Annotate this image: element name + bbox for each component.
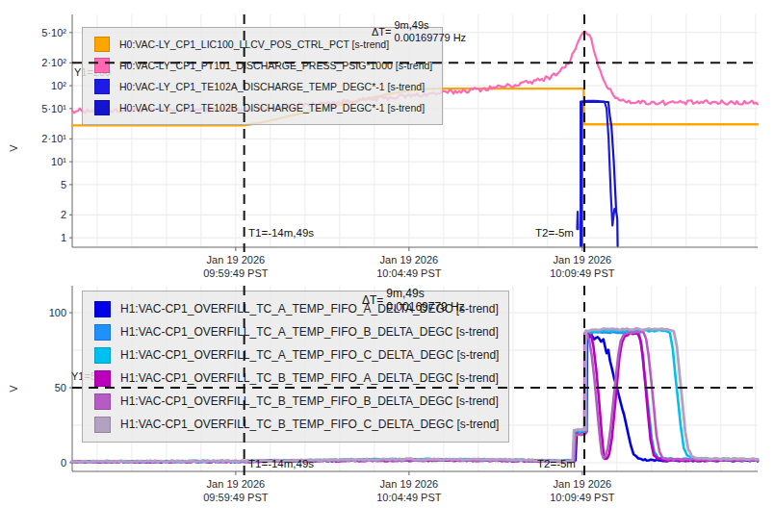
legend-item[interactable]: H1:VAC-CP1_OVERFILL_TC_A_TEMP_FIFO_B_DEL…: [94, 320, 499, 343]
delta-t-duration: 9m,49s: [386, 287, 464, 300]
legend-label: H1:VAC-CP1_OVERFILL_TC_A_TEMP_FIFO_B_DEL…: [120, 325, 499, 339]
legend-swatch: [94, 393, 111, 410]
y-tick-label: 1: [61, 232, 66, 243]
legend-item[interactable]: H0:VAC-LY_CP1_PT101_DISCHARGE_PRESS_PSIG…: [94, 55, 432, 76]
legend-swatch: [94, 417, 111, 433]
legend-label: H1:VAC-CP1_OVERFILL_TC_B_TEMP_FIFO_B_DEL…: [120, 394, 499, 408]
legend-item[interactable]: H1:VAC-CP1_OVERFILL_TC_B_TEMP_FIFO_A_DEL…: [94, 367, 499, 390]
legend-label: H0:VAC-LY_CP1_TE102A_DISCHARGE_TEMP_DEGC…: [119, 81, 425, 92]
legend-item[interactable]: H1:VAC-CP1_OVERFILL_TC_B_TEMP_FIFO_C_DEL…: [94, 413, 499, 436]
y-tick-label: 5·10¹: [41, 103, 66, 114]
delta-t-duration: 9m,49s: [395, 19, 467, 32]
legend-swatch: [94, 100, 110, 115]
legend-label: H0:VAC-LY_CP1_TE102B_DISCHARGE_TEMP_DEGC…: [119, 102, 425, 114]
x-tick-label: 10:04:49 PST: [376, 492, 442, 503]
legend-swatch: [94, 324, 111, 341]
delta-t-frequency: 0.00169779 Hz: [395, 32, 467, 44]
legend-label: H1:VAC-CP1_OVERFILL_TC_B_TEMP_FIFO_C_DEL…: [120, 418, 499, 431]
x-tick-label: 10:09:49 PST: [550, 267, 615, 279]
top-t2-cursor-label: T2=-5m: [535, 227, 574, 239]
x-tick-label: 10:04:49 PST: [376, 267, 442, 279]
legend-swatch: [94, 37, 110, 52]
x-tick-label: 10:09:49 PST: [550, 492, 615, 503]
legend-swatch: [94, 347, 111, 364]
legend-label: H1:VAC-CP1_OVERFILL_TC_A_TEMP_FIFO_C_DEL…: [120, 348, 499, 362]
legend-item[interactable]: H1:VAC-CP1_OVERFILL_TC_A_TEMP_FIFO_C_DEL…: [94, 343, 499, 367]
delta-t-prefix: ΔT=: [362, 293, 383, 307]
legend-label: H0:VAC-LY_CP1_PT101_DISCHARGE_PRESS_PSIG…: [119, 60, 432, 71]
top-t1-cursor-label: T1=-14m,49s: [248, 227, 314, 239]
legend-label: H1:VAC-CP1_OVERFILL_TC_B_TEMP_FIFO_A_DEL…: [120, 371, 499, 385]
x-tick-label: Jan 19 2026: [554, 254, 612, 266]
y-tick-label: 50: [55, 382, 66, 393]
y-tick-label: 2·10²: [41, 57, 66, 68]
y-tick-label: 2·10¹: [41, 133, 66, 144]
legend-item[interactable]: H1:VAC-CP1_OVERFILL_TC_B_TEMP_FIFO_B_DEL…: [94, 390, 499, 413]
bottom-delta-t-annotation: ΔT= 9m,49s 0.00169779 Hz: [362, 287, 465, 314]
y-tick-label: 5·10²: [41, 27, 66, 38]
y-tick-label: 10¹: [51, 156, 66, 167]
top-y-axis-title: V: [8, 144, 19, 151]
x-tick-label: Jan 19 2026: [380, 254, 439, 266]
legend-swatch: [94, 79, 110, 94]
x-tick-label: Jan 19 2026: [207, 254, 266, 266]
legend-item[interactable]: H0:VAC-LY_CP1_TE102B_DISCHARGE_TEMP_DEGC…: [94, 97, 432, 118]
x-tick-label: Jan 19 2026: [554, 478, 612, 490]
legend-swatch: [94, 301, 111, 317]
delta-t-frequency: 0.00169779 Hz: [386, 300, 464, 314]
x-tick-label: 09:59:49 PST: [203, 492, 269, 503]
x-tick-label: Jan 19 2026: [380, 478, 439, 490]
y-tick-label: 2: [61, 209, 66, 220]
legend-swatch: [94, 370, 111, 387]
series-te102a-discharge-temp[interactable]: [578, 212, 579, 229]
bottom-t2-cursor-label: T2=-5m: [537, 458, 576, 469]
bottom-y-axis-title: V: [8, 385, 19, 392]
x-tick-label: Jan 19 2026: [207, 478, 266, 490]
legend-item[interactable]: H0:VAC-LY_CP1_TE102A_DISCHARGE_TEMP_DEGC…: [94, 76, 432, 97]
dual-trend-viewer: 5·10²2·10²10²5·10¹2·10¹10¹521Jan 19 2026…: [0, 0, 774, 532]
series-te102a-discharge-temp[interactable]: [580, 101, 614, 246]
x-tick-label: 09:59:49 PST: [203, 267, 269, 279]
top-delta-t-annotation: ΔT= 9m,49s 0.00169779 Hz: [372, 19, 466, 44]
legend-swatch: [94, 58, 110, 73]
legend-label: H0:VAC-LY_CP1_LIC100_LLCV_POS_CTRL_PCT […: [119, 38, 389, 50]
y-tick-label: 100: [49, 307, 66, 318]
y-tick-label: 10²: [51, 80, 66, 91]
y-tick-label: 0: [61, 457, 66, 469]
bottom-t1-cursor-label: T1=-14m,49s: [248, 458, 314, 469]
delta-t-prefix: ΔT=: [372, 26, 392, 38]
y-tick-label: 5: [61, 179, 66, 190]
